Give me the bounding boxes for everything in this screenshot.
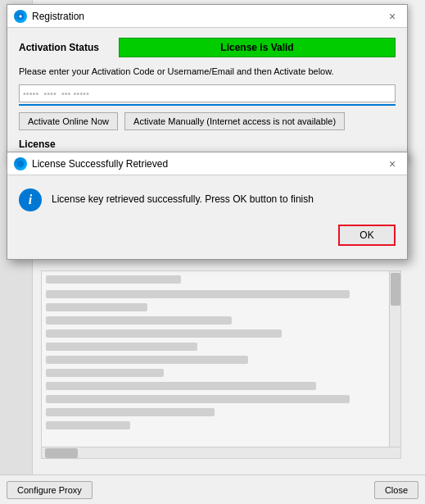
ok-button-row: OK (19, 225, 396, 246)
bg-line-11 (46, 408, 215, 416)
registration-close-button[interactable]: × (384, 8, 400, 25)
success-title: License Successfully Retrieved (32, 158, 384, 170)
instruction-text: Please enter your Activation Code or Use… (19, 66, 396, 78)
success-close-button[interactable]: × (384, 156, 400, 172)
license-label: License (19, 138, 56, 150)
success-message-row: i License key retrieved successfully. Pr… (19, 188, 396, 211)
activation-status-label: Activation Status (19, 42, 109, 53)
success-body: i License key retrieved successfully. Pr… (7, 175, 407, 259)
bg-line-9 (46, 382, 316, 390)
bg-line-3 (46, 303, 147, 311)
bg-line-2 (46, 290, 350, 298)
bg-line-1 (46, 275, 181, 284)
action-buttons-row: Activate Online Now Activate Manually (I… (19, 112, 396, 130)
bg-line-8 (46, 369, 164, 377)
success-titlebar: License Successfully Retrieved × (7, 152, 407, 175)
h-scrollbar-thumb (45, 448, 78, 458)
activate-online-button[interactable]: Activate Online Now (19, 112, 118, 130)
info-icon: i (19, 188, 42, 211)
registration-dialog: Registration × Activation Status License… (7, 4, 408, 161)
ok-button[interactable]: OK (338, 225, 396, 246)
activation-code-input[interactable] (19, 84, 396, 102)
bottom-bar: Configure Proxy Close (0, 474, 425, 504)
input-underline (19, 104, 396, 106)
success-dialog: License Successfully Retrieved × i Licen… (7, 152, 408, 260)
activation-status-row: Activation Status License is Valid (19, 38, 396, 57)
bg-line-5 (46, 329, 282, 338)
bg-line-7 (46, 356, 248, 364)
configure-proxy-button[interactable]: Configure Proxy (7, 481, 93, 499)
bg-line-10 (46, 395, 350, 403)
registration-title: Registration (32, 11, 384, 22)
scrollbar-thumb (391, 273, 400, 306)
svg-point-1 (17, 161, 24, 167)
registration-titlebar: Registration × (7, 5, 407, 28)
bg-line-6 (46, 343, 197, 351)
status-badge: License is Valid (119, 38, 396, 57)
registration-body: Activation Status License is Valid Pleas… (7, 28, 407, 160)
bg-line-4 (46, 316, 232, 325)
vertical-scrollbar[interactable] (389, 271, 400, 458)
close-button[interactable]: Close (374, 481, 418, 499)
horizontal-scrollbar[interactable] (42, 447, 400, 458)
success-icon (14, 157, 27, 170)
registration-icon (14, 10, 27, 23)
activate-manual-button[interactable]: Activate Manually (Internet access is no… (124, 112, 345, 130)
background-text-area (41, 270, 401, 459)
bg-line-12 (46, 421, 130, 429)
success-message-text: License key retrieved successfully. Pres… (52, 188, 314, 207)
